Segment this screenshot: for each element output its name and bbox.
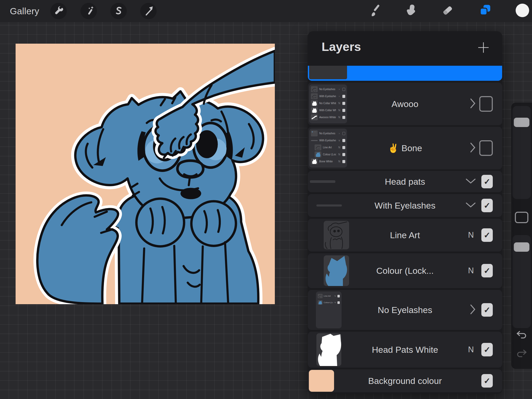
layer-name: ✌Bone	[345, 143, 464, 153]
smudge-finger-icon	[405, 4, 418, 18]
mini-layer-name: With Collar White	[319, 109, 336, 112]
chevron-down-icon[interactable]	[465, 178, 476, 185]
transform-button[interactable]	[140, 3, 157, 19]
chevron-right-icon[interactable]	[469, 304, 476, 316]
mini-ctl: N	[338, 153, 341, 156]
visibility-checkbox[interactable]	[479, 96, 493, 112]
magic-wand-icon	[84, 5, 94, 17]
mini-thumb-sketch	[315, 144, 321, 150]
layer-row-line-art[interactable]: Line Art N	[308, 219, 502, 251]
mini-ctl: ∨	[338, 139, 341, 142]
mini-layer-name: Colour (Lock Or Ma...	[324, 301, 333, 304]
mini-layer-name: Awoooo White	[319, 116, 336, 119]
layers-icon	[478, 4, 492, 18]
layer-row-head-pats-white[interactable]: Head Pats White N	[308, 332, 502, 368]
top-toolbar: Gallery	[0, 0, 532, 22]
mini-ctl: ›	[338, 132, 341, 135]
canvas-artwork[interactable]	[16, 44, 275, 304]
chevron-right-icon[interactable]	[469, 98, 476, 110]
move-arrow-icon	[143, 5, 154, 17]
layer-row-no-eyelashes[interactable]: Line ArtN Colour (Lock Or Ma...N No Eyel…	[308, 290, 502, 330]
visibility-checkbox[interactable]	[481, 175, 493, 188]
wolf-headpat-drawing	[16, 44, 275, 304]
adjustments-button[interactable]	[81, 3, 97, 19]
chevron-down-icon[interactable]	[465, 202, 476, 209]
mini-thumb-bar	[311, 140, 318, 141]
opacity-handle[interactable]	[514, 242, 529, 252]
mini-ctl: N	[334, 295, 336, 297]
opacity-slider[interactable]	[513, 235, 531, 328]
mini-layer-name: No Eyelashes	[319, 132, 336, 135]
layer-row-head-pats[interactable]: Head pats	[308, 171, 502, 192]
mini-ctl: N	[338, 160, 341, 163]
selection-button[interactable]	[110, 3, 127, 19]
group-bar-thumbnail	[310, 180, 335, 183]
mini-checkbox	[342, 109, 345, 112]
blend-mode-button[interactable]: N	[465, 345, 477, 354]
paint-tool-button[interactable]	[368, 3, 383, 18]
mini-thumb-white-scribble	[311, 114, 318, 120]
mini-checkbox	[342, 116, 345, 119]
smudge-tool-button[interactable]	[404, 3, 419, 18]
add-layer-button[interactable]	[477, 42, 489, 54]
mini-ctl: N	[334, 301, 336, 304]
mini-checkbox	[342, 153, 345, 156]
mini-thumb-white-dog	[311, 107, 318, 113]
layer-row-colour[interactable]: Colour (Lock... N	[308, 253, 502, 288]
redo-button[interactable]	[516, 349, 528, 359]
layer-name: Colour (Lock...	[345, 266, 464, 276]
layers-panel-button[interactable]	[478, 3, 493, 18]
layers-panel-title: Layers	[322, 39, 361, 54]
layer-row-bone[interactable]: No Eyelashes› With Eyelashes∨ Line ArtN …	[308, 127, 502, 169]
mini-checkbox	[342, 132, 345, 135]
actions-button[interactable]	[50, 3, 67, 19]
mini-thumb-sketch	[318, 294, 323, 298]
mini-thumb-blue-wolf	[315, 151, 321, 157]
layer-row-with-eyelashes[interactable]: With Eyelashes	[308, 194, 502, 217]
mini-checkbox	[342, 139, 345, 142]
visibility-checkbox[interactable]	[481, 374, 493, 388]
visibility-checkbox[interactable]	[481, 343, 493, 356]
mini-ctl: N	[338, 146, 341, 149]
brush-size-slider[interactable]	[513, 106, 531, 199]
blend-mode-button[interactable]: N	[465, 266, 477, 275]
layer-row-awooo[interactable]: No Eyelashes› With Eyelashes› No Collar …	[308, 83, 502, 125]
layers-list: No Eyelashes› With Eyelashes› No Collar …	[308, 66, 502, 394]
color-swatch-button[interactable]	[515, 3, 530, 18]
visibility-checkbox[interactable]	[481, 264, 493, 277]
layer-row-background-colour[interactable]: Background colour	[308, 369, 502, 392]
group-preview-thumbnail: No Eyelashes› With Eyelashes∨ Line ArtN …	[309, 129, 347, 168]
brush-size-handle[interactable]	[514, 118, 529, 127]
mini-layer-name: Bone White	[319, 160, 336, 163]
erase-tool-button[interactable]	[440, 3, 455, 18]
mini-layer-name: No Eyelashes	[319, 88, 336, 91]
undo-button[interactable]	[516, 330, 528, 340]
visibility-checkbox[interactable]	[481, 303, 493, 317]
mini-ctl: ›	[338, 88, 341, 91]
visibility-checkbox[interactable]	[481, 199, 493, 212]
layer-row-selected-partial[interactable]	[308, 66, 502, 81]
victory-hand-emoji: ✌	[388, 143, 399, 153]
visibility-checkbox[interactable]	[481, 228, 493, 242]
mini-thumb-blue-wolf	[318, 300, 323, 305]
blend-mode-button[interactable]: N	[465, 230, 477, 240]
layer-thumbnail	[309, 66, 347, 79]
mini-checkbox	[342, 160, 345, 163]
wrench-icon	[54, 5, 64, 17]
group-preview-thumbnail: Line ArtN Colour (Lock Or Ma...N	[316, 291, 342, 328]
visibility-checkbox[interactable]	[479, 140, 493, 156]
gallery-button[interactable]: Gallery	[10, 6, 39, 16]
mini-layer-name: Line Art	[324, 295, 333, 297]
modify-button[interactable]	[515, 212, 528, 223]
background-colour-swatch[interactable]	[309, 370, 334, 392]
paintbrush-icon	[369, 4, 382, 18]
layer-name: With Eyelashes	[345, 201, 464, 211]
mini-layer-name: With Eyelashes	[319, 139, 336, 142]
mini-checkbox	[342, 102, 345, 105]
chevron-right-icon[interactable]	[469, 142, 476, 154]
mini-checkbox	[342, 146, 345, 149]
mini-checkbox	[342, 88, 345, 91]
mini-thumb-white-dog	[311, 100, 318, 106]
mini-ctl: N	[338, 102, 341, 105]
layer-name: Line Art	[345, 230, 464, 240]
